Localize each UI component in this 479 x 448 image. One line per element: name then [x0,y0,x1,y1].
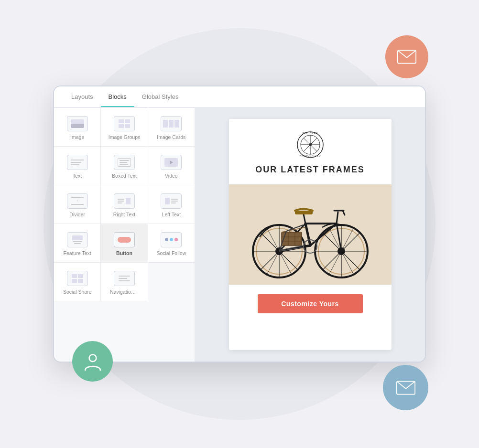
block-image-cards[interactable]: Image Cards [148,108,195,146]
block-feature-text[interactable]: Feature Text [54,224,100,262]
svg-line-38 [337,212,338,224]
block-right-text[interactable]: Right Text [101,185,147,224]
block-text[interactable]: Text [54,147,100,185]
block-divider[interactable]: + Divider [54,185,100,224]
tab-blocks[interactable]: Blocks [101,87,134,107]
block-image[interactable]: Image [54,108,100,146]
block-video[interactable]: Video [148,147,195,185]
block-left-text[interactable]: Left Text [148,185,195,224]
social-share-block-icon [67,271,88,286]
float-mail-top-icon [385,35,428,78]
block-button[interactable]: Button [101,224,147,262]
brand-logo-icon: BYCICLES HANDCRAFTED [296,130,325,159]
nav-bar-block-icon [114,271,135,286]
image-block-icon [67,116,88,131]
divider-block-icon: + [67,193,88,209]
blocks-sidebar: Image Image Groups [54,107,195,362]
float-person-icon [72,341,113,382]
email-preview-area: BYCICLES HANDCRAFTED OUR LATEST FRAMES [195,107,425,362]
float-mail-bottom-icon [383,365,428,410]
email-headline: OUR LATEST FRAMES [255,165,365,175]
block-navigation-bar[interactable]: Navigation Bar [101,263,147,301]
svg-text:HANDCRAFTED: HANDCRAFTED [299,155,321,157]
device-frame: Layouts Blocks Global Styles Image [53,85,426,363]
boxed-text-block-icon [114,155,135,170]
right-text-block-icon [114,193,135,209]
svg-point-9 [309,143,312,146]
tabs-bar: Layouts Blocks Global Styles [54,86,425,107]
text-block-icon [67,155,88,170]
svg-line-40 [343,211,345,215]
svg-rect-37 [295,211,313,214]
button-block-icon [114,232,135,247]
bicycle-illustration [239,189,382,280]
svg-text:BYCICLES: BYCICLES [302,132,318,135]
social-follow-block-icon [161,232,182,247]
svg-line-32 [305,224,310,245]
svg-rect-41 [282,232,302,245]
image-groups-block-icon [114,116,135,131]
blocks-grid: Image Image Groups [54,107,195,301]
svg-point-1 [89,354,96,362]
block-image-groups[interactable]: Image Groups [101,108,147,146]
email-cta-area: Customize Yours [229,285,392,323]
scene: Layouts Blocks Global Styles Image [24,21,455,427]
left-text-block-icon [161,193,182,209]
block-empty [148,263,195,301]
block-social-follow[interactable]: Social Follow [148,224,195,262]
main-content: Image Image Groups [54,107,425,362]
block-boxed-text[interactable]: Boxed Text [101,147,147,185]
feature-text-block-icon [67,232,88,247]
tab-layouts[interactable]: Layouts [64,87,101,107]
email-header: BYCICLES HANDCRAFTED OUR LATEST FRAMES [229,119,392,184]
image-cards-block-icon [161,116,182,131]
cta-button[interactable]: Customize Yours [258,294,363,313]
bike-image-area [229,184,392,285]
block-social-share[interactable]: Social Share [54,263,100,301]
email-preview: BYCICLES HANDCRAFTED OUR LATEST FRAMES [229,119,392,350]
tab-global-styles[interactable]: Global Styles [134,87,186,107]
video-block-icon [161,155,182,170]
